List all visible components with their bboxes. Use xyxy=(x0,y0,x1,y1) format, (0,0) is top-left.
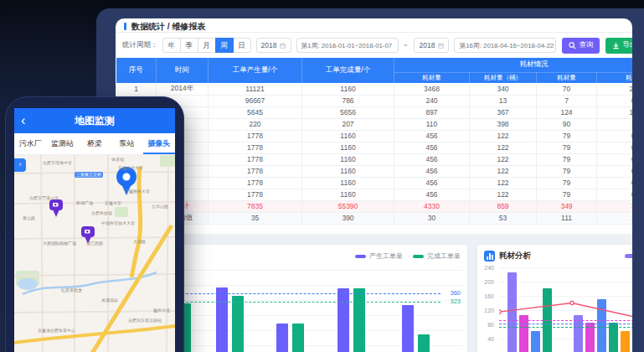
map-label: 安徽大学 xyxy=(105,200,121,205)
legend-pill[interactable] xyxy=(625,254,632,258)
table-cell: 11121 xyxy=(209,83,302,95)
export-button[interactable]: 导出Excel xyxy=(605,38,632,54)
phone-header: ‹ 地图监测 xyxy=(14,108,175,133)
year-start-select[interactable]: 2018 xyxy=(256,38,291,53)
chevron-right-icon: › xyxy=(19,160,22,168)
camera-pin[interactable] xyxy=(49,199,64,222)
period-option[interactable]: 月 xyxy=(198,38,216,53)
legend-item[interactable]: 产生工单量 xyxy=(355,251,403,261)
table-cell: 897 xyxy=(394,106,470,118)
table-cell: 786 xyxy=(302,95,394,106)
bar[interactable] xyxy=(353,288,365,352)
total-row: 合计783555390433085934933 xyxy=(116,200,633,212)
table-subheader-cell: 耗材量 xyxy=(537,72,597,83)
table-group-header: 耗材情况 xyxy=(394,58,633,72)
period-option[interactable]: 年 xyxy=(162,38,181,53)
bar[interactable] xyxy=(337,288,349,352)
breadcrumb-marker xyxy=(124,23,126,30)
period-option[interactable]: 周 xyxy=(215,38,234,53)
table-cell: 1160 xyxy=(302,177,394,189)
week-start-input[interactable]: 第1周: 2018-01-01~2018-01-07 xyxy=(296,38,399,53)
table-cell: 122 xyxy=(470,189,537,200)
table-cell: 79 xyxy=(537,153,597,165)
table-subheader-cell: 耗材量（桶） xyxy=(470,72,537,83)
export-label: 导出Excel xyxy=(622,40,632,50)
map-label: 合肥市瑶海中学 xyxy=(43,160,72,165)
filter-label: 统计周期： xyxy=(122,40,158,50)
expand-button[interactable]: › xyxy=(14,158,26,172)
period-option[interactable]: 季 xyxy=(180,38,198,53)
table-cell: 124 xyxy=(537,106,597,118)
week-end-input[interactable]: 第16周: 2018-04-16~2018-04-22 xyxy=(454,38,556,53)
ref-line-label: 323 xyxy=(450,298,461,305)
tab-桥梁[interactable]: 桥梁 xyxy=(79,133,111,154)
y-tick: 160 xyxy=(484,293,494,299)
table-cell: 456 xyxy=(394,189,470,200)
ref-line-label: 360 xyxy=(450,289,461,297)
table-cell: 30 xyxy=(394,212,470,224)
y-tick: 200 xyxy=(484,279,494,285)
table-cell: 456 xyxy=(394,142,470,153)
blue-location-pin[interactable] xyxy=(113,165,140,202)
legend-item[interactable]: 完成工单量 xyxy=(413,251,461,261)
bar[interactable] xyxy=(216,287,228,352)
bar-chart-icon xyxy=(484,251,495,261)
tab-摄像头[interactable]: 摄像头 xyxy=(143,133,175,154)
bar[interactable] xyxy=(621,331,630,352)
bar[interactable] xyxy=(276,324,288,352)
table-row: 177811604561227967 xyxy=(116,130,633,142)
year-end-value: 2018 xyxy=(419,41,435,49)
y-tick: 120 xyxy=(484,308,494,313)
bar[interactable] xyxy=(418,334,430,352)
table-cell: 79 xyxy=(537,142,597,153)
table-cell: 90 xyxy=(537,118,597,130)
bar[interactable] xyxy=(597,299,606,352)
table-row: 56455656897367124129 xyxy=(116,106,633,118)
tab-泵站[interactable]: 泵站 xyxy=(111,133,142,154)
table-header-cell: 序号 xyxy=(116,58,157,83)
table-cell: 79 xyxy=(537,165,597,177)
table-cell: 19 xyxy=(597,118,633,130)
table-cell: 456 xyxy=(394,177,470,189)
table-cell: 220 xyxy=(209,118,302,130)
legend-label: 产生工单量 xyxy=(369,251,403,261)
dashed-line xyxy=(499,327,632,328)
breadcrumb-text: 数据统计 / 维修报表 xyxy=(131,21,205,33)
table-cell: 1160 xyxy=(302,189,394,200)
bar[interactable] xyxy=(292,324,304,352)
table-row: 177811604561227967 xyxy=(116,153,633,165)
chart-title: 耗材分析 xyxy=(499,251,531,261)
phone-mockup: ‹ 地图监测 污水厂监测站桥梁泵站摄像头 xyxy=(5,96,184,352)
tab-监测站[interactable]: 监测站 xyxy=(46,133,78,154)
table-cell: 122 xyxy=(470,142,537,153)
table-header-cell: 时间 xyxy=(157,58,209,83)
year-end-select[interactable]: 2018 xyxy=(414,38,449,53)
bar[interactable] xyxy=(507,272,517,352)
table-cell: 79 xyxy=(537,189,597,200)
table-cell: 1160 xyxy=(302,165,394,177)
bar[interactable] xyxy=(531,331,540,352)
map-view[interactable]: › xyxy=(14,155,175,352)
bar[interactable] xyxy=(402,305,414,352)
legend-swatch xyxy=(413,255,424,258)
tab-污水厂[interactable]: 污水厂 xyxy=(14,133,46,154)
back-button[interactable]: ‹ xyxy=(21,108,25,133)
table-cell: 456 xyxy=(394,153,470,165)
table-row: 177811604561227967 xyxy=(116,142,633,153)
period-option[interactable]: 日 xyxy=(233,38,251,53)
query-button[interactable]: 查询 xyxy=(562,38,600,54)
report-table: 序号时间工单产生量/个工单完成量/个耗材情况耗材量耗材量（桶）耗材量耗材量120… xyxy=(116,58,632,225)
table-cell: 1160 xyxy=(302,153,394,165)
bar[interactable] xyxy=(232,296,244,352)
table-cell: 456 xyxy=(394,130,470,142)
map-label: 合肥市宁溪小学 xyxy=(29,195,59,200)
map-label: 体育馆 xyxy=(111,157,124,162)
table-cell: 35 xyxy=(209,212,302,224)
location-pin-icon xyxy=(113,165,140,199)
table-cell: 14 xyxy=(597,212,633,224)
table-cell: 1160 xyxy=(302,142,394,153)
table-row: 2202071103989019 xyxy=(116,118,633,130)
table-cell: 79 xyxy=(537,130,597,142)
table-cell: 67 xyxy=(597,177,633,189)
map-label: 凤凰假日 xyxy=(101,298,118,303)
